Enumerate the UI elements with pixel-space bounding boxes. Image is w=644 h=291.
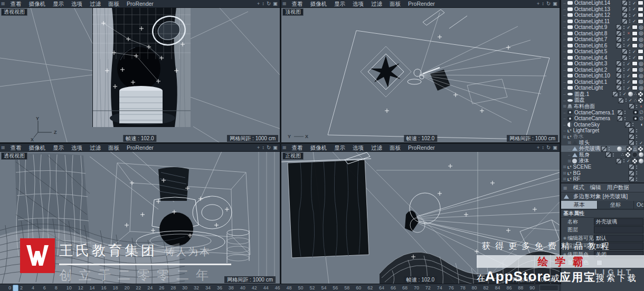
visibility-dots[interactable] (608, 147, 610, 150)
object-row[interactable]: –OctaneLight.12✓ (561, 12, 644, 18)
frame-number[interactable]: 52 (309, 285, 315, 290)
checker-tag-icon[interactable] (625, 152, 631, 158)
dots-tag-icon[interactable] (634, 92, 637, 96)
dots-tag-icon[interactable] (623, 147, 626, 151)
frame-number[interactable]: 38 (229, 285, 234, 290)
expander-icon[interactable]: ⊞ (562, 177, 567, 181)
layer-icon[interactable] (629, 103, 634, 109)
maximize-icon[interactable]: ▣ (553, 0, 557, 7)
keyframe-circle-icon[interactable]: ◉ (562, 252, 567, 257)
layer-icon[interactable] (629, 134, 634, 140)
layer-icon[interactable] (616, 67, 622, 73)
object-row[interactable]: –OctaneCamera (561, 115, 644, 122)
matsphere-tag-icon[interactable] (628, 92, 633, 96)
view-label[interactable]: 正视图 (282, 152, 304, 160)
visibility-dots[interactable] (623, 62, 625, 65)
layer-icon[interactable] (622, 55, 628, 61)
layer-icon[interactable] (616, 79, 622, 85)
state-toggle[interactable]: ✓ (632, 13, 637, 18)
layer-icon[interactable] (616, 85, 622, 91)
frame-number[interactable]: 36 (217, 285, 222, 290)
frame-number[interactable]: 12 (78, 285, 83, 290)
frame-number[interactable]: 0 (8, 285, 11, 290)
frame-number[interactable]: 84 (495, 285, 500, 290)
frame-number[interactable]: 14 (90, 285, 95, 290)
object-row[interactable]: –OctaneSky (561, 121, 644, 128)
splitter-horizontal[interactable] (0, 142, 561, 144)
object-row[interactable]: –OctaneLight.11✓ (561, 18, 644, 25)
viewport-menu-item[interactable]: 查看 (7, 0, 25, 7)
zoom-icon[interactable]: ↕ (262, 144, 264, 151)
visibility-dots[interactable] (623, 44, 625, 47)
viewport-menu-item[interactable]: 摄像机 (307, 144, 331, 151)
target-tag-icon[interactable] (639, 73, 643, 79)
tab-Oct[interactable]: Oct (634, 201, 644, 209)
frame-number[interactable]: 62 (367, 285, 373, 290)
tri-tag-icon[interactable] (633, 147, 637, 151)
attr-menu-item[interactable]: 编辑 (590, 184, 601, 191)
visibility-dots[interactable] (629, 7, 631, 11)
layer-icon[interactable] (622, 48, 628, 54)
frame-number[interactable]: 56 (333, 285, 338, 290)
frame-number[interactable]: 58 (344, 285, 349, 290)
layer-icon[interactable] (616, 73, 622, 79)
pan-icon[interactable]: + (257, 144, 260, 151)
object-row[interactable]: ⊞喷头✓ (561, 140, 644, 146)
panel-handle-icon[interactable]: ▦ (281, 144, 288, 151)
expander-icon[interactable]: ⊞ (562, 164, 567, 169)
dark-tag-icon[interactable] (632, 152, 638, 158)
object-name[interactable]: OctaneLight.10 (574, 73, 615, 79)
viewport-menu-item[interactable]: 过滤 (367, 144, 386, 151)
state-toggle[interactable]: ✓ (626, 85, 631, 91)
frame-number[interactable]: 60 (356, 285, 361, 290)
frame-number[interactable]: 64 (379, 285, 384, 290)
keyframe-circle-icon[interactable]: ◉ (562, 236, 567, 240)
expander-icon[interactable]: ⊞ (567, 140, 572, 145)
object-name[interactable]: OctaneLight.8 (574, 31, 615, 36)
object-row[interactable]: –OctaneLight.14✓ (561, 0, 644, 6)
frame-number[interactable]: 78 (460, 285, 466, 290)
frame-number[interactable]: 18 (112, 285, 118, 290)
state-toggle[interactable]: ✓ (632, 18, 637, 24)
frame-number[interactable]: 24 (147, 285, 153, 290)
checker-tag-icon[interactable] (632, 158, 638, 164)
object-name[interactable]: OctaneLight.12 (574, 12, 621, 18)
target-tag-icon[interactable] (639, 37, 643, 42)
frame-number[interactable]: 68 (402, 285, 408, 290)
object-row[interactable]: ⊞液体✓ (561, 158, 644, 164)
state-toggle[interactable]: × (639, 104, 643, 109)
visibility-dots[interactable] (636, 166, 638, 169)
viewport-menu-item[interactable]: 过滤 (86, 144, 105, 151)
frame-number[interactable]: 66 (391, 285, 396, 290)
state-toggle[interactable]: ✓ (632, 49, 637, 54)
layer-icon[interactable] (616, 24, 622, 30)
view-label[interactable]: 顶视图 (282, 8, 304, 16)
frame-number[interactable]: 16 (101, 285, 107, 290)
pan-icon[interactable]: + (537, 144, 540, 151)
target-tag-icon[interactable] (639, 67, 643, 72)
checker-tag-icon[interactable] (638, 98, 643, 103)
rotate-icon[interactable]: ↻ (546, 0, 551, 7)
no-tag-icon[interactable] (639, 116, 643, 121)
object-row[interactable]: –OctaneLight.6✓ (561, 43, 644, 49)
visibility-dots[interactable] (636, 171, 638, 174)
dots-tag-icon[interactable] (621, 152, 624, 157)
visibility-dots[interactable] (623, 74, 625, 77)
object-name[interactable]: RF (573, 176, 628, 182)
viewport-menu-item[interactable]: ProRender (123, 144, 157, 151)
pan-icon[interactable]: + (537, 0, 540, 7)
state-toggle[interactable]: ✓ (632, 6, 637, 12)
rotate-icon[interactable]: ↻ (267, 0, 271, 7)
square-tag-icon[interactable] (638, 7, 643, 12)
viewport-perspective-top[interactable]: ▦ 查看摄像机显示选项过滤面板ProRender +↕↻▣ (0, 0, 280, 144)
viewport-menu-item[interactable]: 摄像机 (25, 0, 50, 7)
object-row[interactable]: –OctaneLight.5✓ (561, 48, 644, 55)
panel-handle-icon[interactable]: ▦ (563, 186, 567, 190)
visibility-dots[interactable] (623, 32, 625, 35)
zoom-icon[interactable]: ↕ (262, 0, 264, 7)
object-row[interactable]: –OctaneLight.1✓ (561, 79, 644, 85)
layer-icon[interactable] (629, 176, 634, 182)
square-tag-icon[interactable] (632, 37, 638, 42)
state-toggle[interactable]: ✓ (626, 73, 631, 79)
object-row[interactable]: –OctaneLight.7✓ (561, 36, 644, 43)
